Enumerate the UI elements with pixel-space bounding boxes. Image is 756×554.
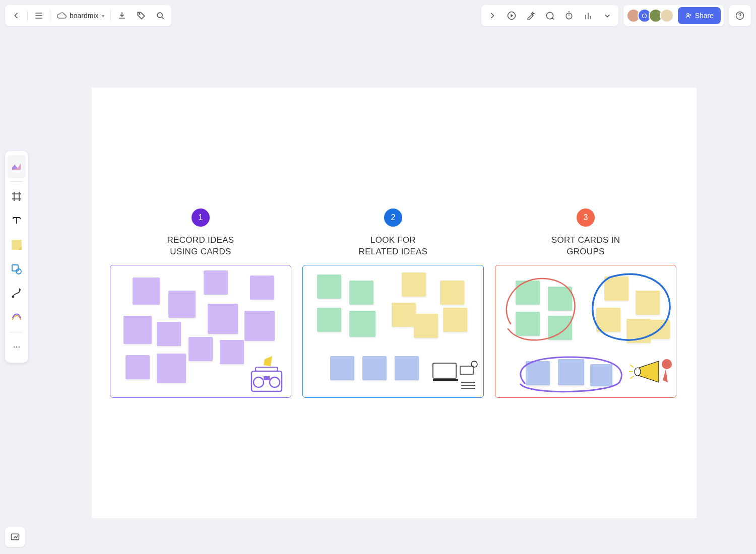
divider <box>27 10 28 21</box>
svg-rect-21 <box>433 379 458 381</box>
sticky-note[interactable] <box>392 303 416 327</box>
divider <box>10 181 23 182</box>
sticky-note[interactable] <box>349 311 375 337</box>
share-button[interactable]: Share <box>678 7 721 24</box>
logo-tool[interactable] <box>8 155 26 178</box>
more-tools[interactable] <box>8 335 26 359</box>
more-actions-button[interactable] <box>598 7 616 25</box>
avatar <box>660 9 674 23</box>
side-tool-panel <box>5 151 28 363</box>
connector-tool[interactable] <box>8 282 26 305</box>
timer-button[interactable] <box>560 7 578 25</box>
app-name: boardmix <box>70 12 99 20</box>
sticky-note[interactable] <box>395 356 419 380</box>
svg-point-13 <box>19 347 20 348</box>
group-circle-blue <box>589 270 675 346</box>
search-button[interactable] <box>151 7 169 25</box>
sticky-note[interactable] <box>168 291 196 318</box>
sticky-note[interactable] <box>133 278 160 305</box>
svg-point-11 <box>14 347 15 348</box>
sticky-note[interactable] <box>330 356 354 380</box>
sticky-note[interactable] <box>157 322 181 346</box>
sticky-note[interactable] <box>440 281 464 305</box>
sticky-note[interactable] <box>157 354 186 383</box>
avatar-stack[interactable]: O <box>626 9 674 23</box>
help-button[interactable] <box>731 7 749 25</box>
app-name-dropdown[interactable]: boardmix ▾ <box>52 7 108 25</box>
step-title: RECORD IDEAS USING CARDS <box>110 235 291 258</box>
comment-button[interactable] <box>541 7 559 25</box>
step-box <box>110 265 291 398</box>
present-button[interactable] <box>502 7 521 25</box>
download-button[interactable] <box>113 7 131 25</box>
sticky-note[interactable] <box>220 340 244 364</box>
sticky-note[interactable] <box>123 316 152 344</box>
step-title: SORT CARDS IN GROUPS <box>495 235 676 258</box>
megaphone-illustration <box>628 355 674 390</box>
step-badge: 3 <box>577 209 595 227</box>
svg-rect-8 <box>12 265 18 271</box>
divider <box>10 332 23 332</box>
svg-point-10 <box>13 296 14 298</box>
sticky-note[interactable] <box>208 304 238 334</box>
toolbar-actions-group <box>481 5 618 26</box>
help-group <box>729 5 751 26</box>
sticky-note[interactable] <box>414 314 438 338</box>
effects-button[interactable] <box>522 7 540 25</box>
back-button[interactable] <box>7 7 25 25</box>
cloud-icon <box>56 11 67 21</box>
svg-point-0 <box>139 14 140 15</box>
sticky-note[interactable] <box>204 270 228 295</box>
sticky-note[interactable] <box>317 308 341 332</box>
sticky-note[interactable] <box>443 308 467 332</box>
svg-point-17 <box>270 377 280 387</box>
divider <box>110 10 111 21</box>
step-2: 2 LOOK FOR RELATED IDEAS <box>302 209 484 398</box>
canvas[interactable]: 1 RECORD IDEAS USING CARDS <box>92 88 697 518</box>
svg-point-12 <box>16 347 18 348</box>
expand-panel-button[interactable] <box>483 7 501 25</box>
user-plus-icon <box>685 12 692 19</box>
sticky-note-tool[interactable] <box>8 233 26 256</box>
tag-button[interactable] <box>132 7 150 25</box>
step-badge: 1 <box>192 209 210 227</box>
svg-rect-18 <box>264 376 270 380</box>
svg-rect-20 <box>433 363 456 378</box>
step-box <box>495 265 676 398</box>
svg-rect-15 <box>251 371 282 391</box>
sticky-note[interactable] <box>188 337 213 361</box>
boombox-illustration <box>244 355 289 395</box>
sticky-note[interactable] <box>125 355 150 379</box>
sticky-note[interactable] <box>250 275 274 300</box>
step-badge: 2 <box>384 209 402 227</box>
minimap-button[interactable] <box>5 527 25 547</box>
svg-point-16 <box>254 377 264 387</box>
text-tool[interactable] <box>8 209 26 232</box>
svg-point-1 <box>157 13 162 18</box>
toolbar-right: O Share <box>481 5 751 26</box>
svg-rect-22 <box>460 366 473 374</box>
toolbar-left-group: boardmix ▾ <box>5 5 171 26</box>
svg-point-6 <box>739 18 740 18</box>
pen-tool[interactable] <box>8 306 26 329</box>
sticky-note[interactable] <box>402 272 426 297</box>
sticky-note[interactable] <box>349 281 373 305</box>
step-box <box>302 265 484 398</box>
sticky-note[interactable] <box>317 274 341 299</box>
top-toolbar: boardmix ▾ <box>5 5 751 26</box>
step-1: 1 RECORD IDEAS USING CARDS <box>110 209 291 398</box>
sticky-note[interactable] <box>362 356 387 380</box>
svg-point-4 <box>686 14 688 16</box>
shape-tool[interactable] <box>8 257 26 281</box>
frame-tool[interactable] <box>8 185 26 208</box>
chevron-down-icon: ▾ <box>102 13 104 19</box>
vote-button[interactable] <box>579 7 597 25</box>
svg-point-9 <box>16 269 21 274</box>
toolbar-collab-group: O Share <box>623 5 724 26</box>
share-label: Share <box>695 12 714 20</box>
desk-illustration <box>430 359 480 394</box>
menu-button[interactable] <box>30 7 48 25</box>
sticky-note[interactable] <box>244 311 275 341</box>
svg-point-24 <box>635 368 641 376</box>
step-title: LOOK FOR RELATED IDEAS <box>302 235 484 258</box>
